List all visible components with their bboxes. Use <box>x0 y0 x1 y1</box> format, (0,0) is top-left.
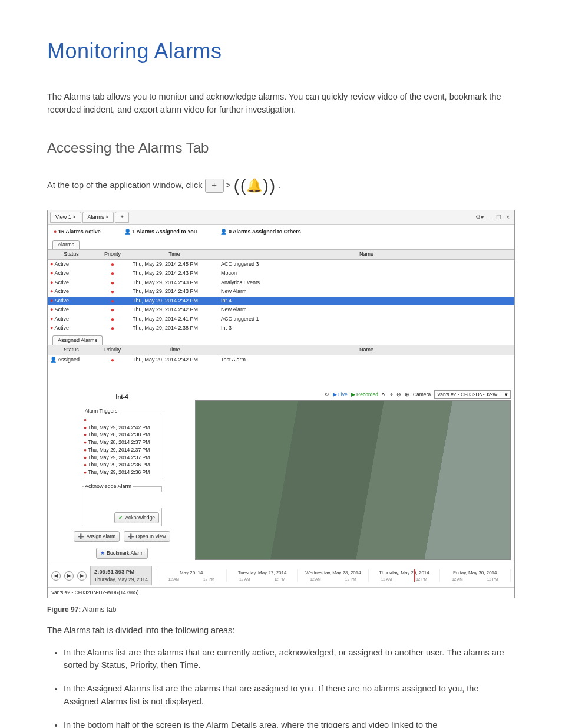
alarm-triggers-box: Alarm Triggers Thu, May 29, 2014 2:42 PM… <box>81 407 163 479</box>
areas-list: In the Alarms list are the alarms that a… <box>58 647 515 729</box>
alarms-tab-screenshot: View 1 × Alarms × + ⚙▾ – ☐ × ● 16 Alarms… <box>47 210 515 598</box>
timeline-day[interactable]: Tuesday, May 27, 201412 AM12 PM <box>227 569 297 582</box>
table-row[interactable]: ● Active●Thu, May 29, 2014 2:43 PMNew Al… <box>48 287 514 297</box>
list-item: In the Assigned Alarms list are the alar… <box>64 683 515 709</box>
trigger-item[interactable]: Thu, May 29, 2014 2:37 PM <box>84 446 160 454</box>
table-row[interactable]: ● Active●Thu, May 29, 2014 2:42 PMNew Al… <box>48 305 514 315</box>
bookmark-alarm-button[interactable]: ★Bookmark Alarm <box>96 548 147 559</box>
playhead[interactable] <box>414 569 415 582</box>
timeline[interactable]: ◀ ▶ ▶ 2:09:51 393 PM Thursday, May 29, 2… <box>48 564 514 587</box>
video-pane: ↻ ▶ Live ▶ Recorded ↖ ⌖ ⊖ ⊕ Camera Van's… <box>195 390 511 560</box>
step-back-icon[interactable]: ◀ <box>51 571 61 581</box>
intro-paragraph: The Alarms tab allows you to monitor and… <box>47 91 515 117</box>
col-name[interactable]: Name <box>219 250 514 260</box>
table-row[interactable]: ● Active●Thu, May 29, 2014 2:38 PMInt-3 <box>48 324 514 333</box>
alarms-table: Status Priority Time Name ● Active●Thu, … <box>48 249 514 333</box>
gear-icon[interactable]: ⚙▾ <box>475 213 484 222</box>
camera-label: Camera <box>413 391 431 398</box>
trigger-item[interactable]: Thu, May 29, 2014 2:36 PM <box>84 461 160 469</box>
status-strip: Van's #2 - CF832DN-H2-WDR(147965) <box>48 587 514 598</box>
video-frame[interactable] <box>195 400 511 560</box>
col-priority[interactable]: Priority <box>95 250 130 260</box>
open-in-view-button[interactable]: ➕Open In View <box>124 531 170 542</box>
access-line: At the top of the application window, cl… <box>47 173 515 198</box>
target-icon[interactable]: ⌖ <box>390 391 393 398</box>
cursor-icon[interactable]: ↖ <box>382 391 386 398</box>
breadcrumb-arrow: > <box>226 179 231 192</box>
timeline-day[interactable]: Thursday, May 29, 201412 AM12 PM <box>369 569 439 582</box>
table-row[interactable]: ● Active●Thu, May 29, 2014 2:45 PMACC tr… <box>48 259 514 269</box>
trigger-item[interactable]: Thu, May 29, 2014 2:36 PM <box>84 469 160 476</box>
alarm-detail-pane: Int-4 Alarm Triggers Thu, May 29, 2014 2… <box>51 390 193 560</box>
table-row[interactable]: ● Active●Thu, May 29, 2014 2:43 PMMotion <box>48 269 514 278</box>
playhead-clock: 2:09:51 393 PM Thursday, May 29, 2014 <box>90 566 152 585</box>
tab-alarms[interactable]: Alarms × <box>82 212 114 223</box>
acknowledge-button[interactable]: ✔Acknowledge <box>114 512 159 523</box>
detail-title: Int-4 <box>115 393 128 401</box>
list-item: In the bottom half of the screen is the … <box>64 719 515 729</box>
trigger-item[interactable]: Thu, May 28, 2014 2:37 PM <box>84 439 160 446</box>
timeline-day[interactable]: Wednesday, May 28, 201412 AM12 PM <box>298 569 369 582</box>
timeline-day[interactable]: May 26, 1412 AM12 PM <box>156 569 227 582</box>
recorded-button[interactable]: ▶ Recorded <box>351 391 378 398</box>
camera-selector[interactable]: Van's #2 - CF832DN-H2-WE.. ▾ <box>434 390 511 399</box>
summary-assigned-others: 👤 0 Alarms Assigned to Others <box>220 228 300 236</box>
loop-icon[interactable]: ↻ <box>325 391 329 398</box>
summary-assigned-you: 👤 1 Alarms Assigned to You <box>124 228 197 236</box>
section-title: Accessing the Alarms Tab <box>47 137 515 159</box>
areas-intro: The Alarms tab is divided into the follo… <box>47 624 515 637</box>
alarm-bell-icon[interactable]: ( ( 🔔 ) ) <box>233 173 276 198</box>
zoom-out-icon[interactable]: ⊖ <box>396 391 401 398</box>
trigger-item[interactable]: Thu, May 29, 2014 2:42 PM <box>84 424 160 431</box>
ack-notes[interactable] <box>84 492 163 508</box>
live-button[interactable]: ▶ Live <box>333 391 348 398</box>
trigger-item[interactable]: Thu, May 28, 2014 2:38 PM <box>84 431 160 439</box>
step-fwd-icon[interactable]: ▶ <box>77 571 87 581</box>
assign-alarm-button[interactable]: ➕Assign Alarm <box>74 531 120 542</box>
timeline-day[interactable]: Friday, May 30, 201412 AM12 PM <box>440 569 511 582</box>
col-status[interactable]: Status <box>48 250 95 260</box>
table-row[interactable]: 👤 Assigned●Thu, May 29, 2014 2:42 PMTest… <box>48 355 514 364</box>
play-icon[interactable]: ▶ <box>64 571 74 581</box>
table-row[interactable]: ● Active●Thu, May 29, 2014 2:41 PMACC tr… <box>48 315 514 324</box>
summary-active: ● 16 Alarms Active <box>54 228 101 236</box>
access-text: At the top of the application window, cl… <box>47 179 203 192</box>
zoom-in-icon[interactable]: ⊕ <box>405 391 409 398</box>
alarms-subtab[interactable]: Alarms <box>52 240 80 250</box>
window-close-icon[interactable]: × <box>506 213 510 222</box>
ack-box: Acknowledge Alarm ✔Acknowledge <box>82 483 162 526</box>
list-item: In the Alarms list are the alarms that a… <box>64 647 515 673</box>
tab-add[interactable]: + <box>115 212 128 223</box>
assigned-table: Status Priority Time Name 👤 Assigned●Thu… <box>48 345 514 364</box>
table-row[interactable]: ● Active●Thu, May 29, 2014 2:43 PMAnalyt… <box>48 278 514 288</box>
table-row[interactable]: ● Active●Thu, May 29, 2014 2:42 PMInt-4 <box>48 297 514 306</box>
trigger-item[interactable]: Thu, May 29, 2014 2:37 PM <box>84 454 160 462</box>
assigned-subtab[interactable]: Assigned Alarms <box>52 335 103 345</box>
figure-caption: Figure 97: Alarms tab <box>47 604 515 615</box>
col-time[interactable]: Time <box>130 250 219 260</box>
window-min-icon[interactable]: – <box>488 213 492 222</box>
tab-view1[interactable]: View 1 × <box>50 212 81 223</box>
window-max-icon[interactable]: ☐ <box>496 213 501 222</box>
new-tab-plus-button[interactable]: + <box>205 179 224 193</box>
page-title: Monitoring Alarms <box>47 35 515 67</box>
